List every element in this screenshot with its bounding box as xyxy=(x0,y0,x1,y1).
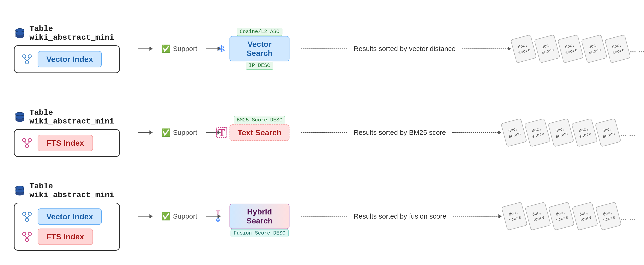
svg-point-4 xyxy=(16,29,24,32)
hybrid-search-badge-wrap: T ❄ Hybrid Search Fusion Score DESC xyxy=(230,204,290,229)
hybrid-branch-blue-icon xyxy=(21,210,33,222)
hybrid-doc-cards: doc,score doc,score doc,score doc,score … xyxy=(504,204,619,228)
text-ellipsis2: ... xyxy=(629,126,635,139)
ellipsis2: ... xyxy=(638,43,644,55)
text-search-badge: Text Search xyxy=(230,124,290,141)
text-dashed-section: Results sorted by BM25 score doc,score d… xyxy=(301,121,636,145)
hybrid-dashed-arrow2 xyxy=(453,214,502,218)
text-doc-card-5: doc,score xyxy=(595,118,621,147)
hybrid-support-label: Support xyxy=(173,212,197,220)
ellipsis1: ... xyxy=(630,43,636,55)
ip-score-tag: IP DESC xyxy=(246,62,273,70)
svg-point-32 xyxy=(25,238,28,241)
cosine-score-tag: Cosine/L2 ASC xyxy=(237,28,282,36)
branch-blue-icon xyxy=(21,53,33,65)
hybrid-vector-index-badge: Vector Index xyxy=(38,208,102,225)
db-icon-text xyxy=(14,111,26,124)
vector-dashed-line2 xyxy=(462,49,508,49)
bm25-score-tag: BM25 Score DESC xyxy=(234,116,285,124)
hybrid-dashed-line2 xyxy=(453,216,499,216)
vector-dashed-head xyxy=(508,47,511,51)
hybrid-dual-icon: T ❄ xyxy=(214,209,222,224)
text-search-block: T Text Search BM25 Score DESC xyxy=(230,124,290,141)
db-icon-hybrid xyxy=(14,184,26,197)
vector-solid-line xyxy=(138,49,150,49)
hybrid-table-name: Table wiki_abstract_mini xyxy=(30,182,134,199)
vector-table-group: Table wiki_abstract_mini Vector Index xyxy=(14,25,134,73)
text-ellipsis1: ... xyxy=(620,126,626,139)
hybrid-ellipsis1: ... xyxy=(620,210,626,222)
text-search-badge-wrap: T Text Search BM25 Score DESC xyxy=(230,124,290,141)
hybrid-ellipsis2: ... xyxy=(629,210,635,222)
vector-desc: Results sorted by vector distance xyxy=(354,45,456,53)
vector-index-row: Vector Index xyxy=(21,51,113,67)
doc-card-1: doc,score xyxy=(510,34,537,63)
text-dashed-arrow2 xyxy=(452,130,501,135)
hybrid-doc-card-3: doc,score xyxy=(548,202,574,231)
text-dashed-line2 xyxy=(452,132,498,133)
vector-search-badge-wrap: ❄ Vector Search Cosine/L2 ASC IP DESC xyxy=(230,36,290,61)
vector-index-badge: Vector Index xyxy=(38,51,102,67)
hybrid-search-row: Table wiki_abstract_mini Vector Index xyxy=(14,174,630,258)
fts-index-badge: FTS Index xyxy=(38,135,93,151)
vector-table-box: Vector Index xyxy=(14,45,120,73)
hybrid-branch-pink-icon xyxy=(21,231,33,243)
vector-support-group: ✅ Support xyxy=(162,44,197,53)
vector-arrow-head xyxy=(150,47,153,51)
text-t-icon: T xyxy=(216,127,227,138)
svg-point-26 xyxy=(28,212,31,215)
text-solid-line xyxy=(138,132,150,133)
svg-line-34 xyxy=(27,235,30,238)
text-check-icon: ✅ xyxy=(162,128,171,137)
vector-support-label: Support xyxy=(173,45,197,53)
vector-doc-cards: doc,score doc,score doc,score doc,score … xyxy=(513,37,628,61)
hybrid-t-icon: T xyxy=(214,209,222,216)
vector-dashed-line1 xyxy=(301,49,347,49)
doc-card-5: doc,score xyxy=(604,34,631,63)
svg-line-29 xyxy=(27,215,30,218)
svg-point-27 xyxy=(25,218,28,221)
text-doc-card-4: doc,score xyxy=(571,118,598,147)
fts-index-row: FTS Index xyxy=(21,135,113,151)
svg-point-17 xyxy=(25,144,28,148)
hybrid-dashed-arrow1 xyxy=(301,216,347,216)
svg-point-16 xyxy=(28,138,31,142)
hybrid-solid-line xyxy=(138,216,150,216)
hybrid-support-group: ✅ Support xyxy=(162,212,197,221)
doc-card-4: doc,score xyxy=(581,34,607,63)
svg-line-33 xyxy=(24,235,27,238)
hybrid-dashed-section: Results sorted by fusion score doc,score… xyxy=(301,204,636,228)
svg-point-14 xyxy=(16,112,24,116)
vector-search-row: Table wiki_abstract_mini Vector Index xyxy=(14,7,630,91)
hybrid-arrow-support xyxy=(138,214,153,218)
text-doc-card-2: doc,score xyxy=(524,118,550,147)
text-doc-card-1: doc,score xyxy=(501,118,527,147)
svg-line-9 xyxy=(27,58,30,61)
vector-search-block: ❄ Vector Search Cosine/L2 ASC IP DESC xyxy=(230,36,290,61)
text-table-name: Table wiki_abstract_mini xyxy=(30,108,134,126)
vector-dashed-arrow1 xyxy=(301,49,347,49)
text-dashed-arrow1 xyxy=(301,132,347,133)
text-arrow-head xyxy=(150,130,153,135)
hybrid-search-block: T ❄ Hybrid Search Fusion Score DESC xyxy=(230,204,290,229)
svg-point-5 xyxy=(22,55,26,58)
vector-dashed-section: Results sorted by vector distance doc,sc… xyxy=(301,37,644,61)
vector-arrow-support xyxy=(138,47,153,51)
doc-card-2: doc,score xyxy=(534,34,560,63)
hybrid-desc: Results sorted by fusion score xyxy=(354,212,446,220)
hybrid-arrow-head xyxy=(150,214,153,218)
vector-table-name: Table wiki_abstract_mini xyxy=(30,25,134,42)
text-desc: Results sorted by BM25 score xyxy=(354,129,446,136)
hybrid-doc-card-1: doc,score xyxy=(501,202,528,231)
text-support-label: Support xyxy=(173,129,197,136)
snowflake-icon: ❄ xyxy=(218,43,226,55)
hybrid-table-label: Table wiki_abstract_mini xyxy=(14,182,134,199)
svg-point-30 xyxy=(22,232,26,235)
text-table-box: FTS Index xyxy=(14,129,120,157)
svg-line-18 xyxy=(24,142,27,144)
text-solid-line2 xyxy=(206,132,218,133)
svg-line-8 xyxy=(24,58,27,61)
vector-table-label: Table wiki_abstract_mini xyxy=(14,25,134,42)
svg-point-31 xyxy=(28,232,31,235)
text-table-group: Table wiki_abstract_mini FTS Index xyxy=(14,108,134,157)
